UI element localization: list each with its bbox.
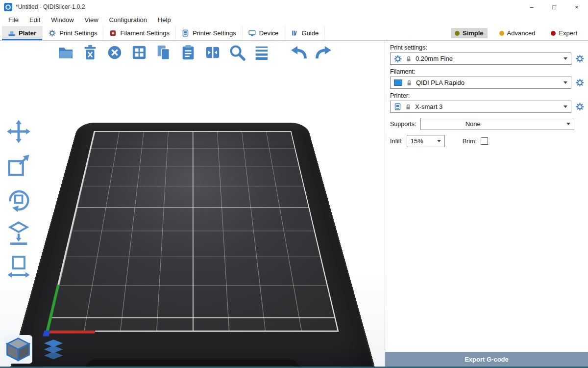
menu-configuration[interactable]: Configuration <box>105 15 151 25</box>
layer-height-button[interactable] <box>252 43 271 62</box>
maximize-button[interactable]: □ <box>543 0 565 14</box>
mode-advanced[interactable]: Advanced <box>495 28 539 38</box>
infill-combo[interactable]: 15% <box>407 135 445 147</box>
tabbar: Plater Print Settings <box>0 26 588 41</box>
lock-icon <box>405 55 412 62</box>
3d-viewport[interactable] <box>0 41 385 367</box>
gizmo-toolbar <box>3 117 34 281</box>
print-settings-gear-button[interactable] <box>574 53 585 64</box>
rotate-icon <box>6 186 31 212</box>
scale-icon <box>6 153 31 178</box>
open-folder-icon <box>57 44 74 61</box>
printer-combo[interactable]: X-smart 3 <box>390 101 571 113</box>
redo-icon <box>314 45 333 60</box>
tab-label: Print Settings <box>59 29 97 37</box>
axis-x-indicator <box>46 331 96 334</box>
undo-button[interactable] <box>289 43 309 62</box>
export-gcode-button[interactable]: Export G-code <box>385 352 588 367</box>
search-button[interactable] <box>227 43 247 62</box>
close-button[interactable]: × <box>565 0 588 14</box>
tab-device[interactable]: Device <box>243 26 285 40</box>
printer-icon <box>394 103 401 110</box>
filament-settings-icon <box>109 29 117 37</box>
copy-button[interactable] <box>154 43 173 62</box>
brim-label: Brim: <box>463 138 477 145</box>
place-on-face-button[interactable] <box>3 219 34 247</box>
filament-value: QIDI PLA Rapido <box>416 79 465 86</box>
tab-filament-settings[interactable]: Filament Settings <box>103 26 175 40</box>
copy-icon <box>155 44 172 61</box>
main-area: Print settings: <box>0 41 588 367</box>
mode-simple[interactable]: Simple <box>451 28 488 38</box>
menu-help[interactable]: Help <box>153 15 175 25</box>
split-button[interactable] <box>203 43 222 62</box>
search-icon <box>228 44 246 61</box>
right-panel: Print settings: <box>385 41 588 367</box>
print-settings-label: Print settings: <box>390 44 583 51</box>
move-icon <box>6 119 31 144</box>
redo-button[interactable] <box>314 43 333 62</box>
tab-label: Printer Settings <box>193 29 236 37</box>
view-switcher <box>4 335 68 364</box>
printer-settings-icon <box>182 29 190 37</box>
arrange-icon <box>131 44 147 61</box>
menu-file[interactable]: File <box>4 15 23 25</box>
supports-combo[interactable]: None <box>420 118 574 130</box>
print-settings-combo[interactable]: 0.20mm Fine <box>390 53 571 65</box>
tab-guide[interactable]: Guide <box>285 26 325 40</box>
window-controls: – □ × <box>520 0 588 14</box>
arrange-button[interactable] <box>129 43 149 62</box>
chevron-down-icon <box>437 140 441 142</box>
tab-plater[interactable]: Plater <box>2 26 43 40</box>
filament-combo[interactable]: QIDI PLA Rapido <box>390 77 571 89</box>
move-button[interactable] <box>3 117 34 146</box>
scale-button[interactable] <box>3 151 34 180</box>
menu-edit[interactable]: Edit <box>25 15 45 25</box>
gear-icon <box>394 55 402 63</box>
advanced-mode-icon <box>499 31 504 36</box>
plater-icon <box>8 29 16 37</box>
delete-button[interactable] <box>80 43 100 62</box>
minimize-button[interactable]: – <box>520 0 543 14</box>
layer-height-icon <box>253 44 270 61</box>
printer-label: Printer: <box>390 92 583 99</box>
rotate-button[interactable] <box>3 185 34 213</box>
chevron-down-icon <box>564 105 567 108</box>
filament-gear-button[interactable] <box>574 78 585 88</box>
open-button[interactable] <box>56 43 75 62</box>
tab-printer-settings[interactable]: Printer Settings <box>176 26 243 40</box>
delete-all-icon <box>106 44 123 61</box>
printer-gear-button[interactable] <box>574 102 585 112</box>
paste-icon <box>180 44 196 61</box>
supports-value: None <box>466 120 481 128</box>
infill-value: 15% <box>411 137 423 145</box>
bed-grid <box>48 131 337 331</box>
infill-label: Infill: <box>390 138 403 145</box>
lock-icon <box>405 104 412 110</box>
chevron-down-icon <box>564 81 567 84</box>
print-bed-3d <box>4 123 381 367</box>
print-settings-value: 0.20mm Fine <box>416 55 453 62</box>
mode-label: Advanced <box>507 29 536 37</box>
editor-view-button[interactable] <box>4 335 32 364</box>
printer-value: X-smart 3 <box>415 103 442 110</box>
trash-icon <box>82 44 98 61</box>
print-bed[interactable] <box>50 66 335 367</box>
titlebar: *Untitled - QIDISlicer-1.0.2 – □ × <box>0 0 588 14</box>
menu-window[interactable]: Window <box>47 15 78 25</box>
tab-label: Device <box>259 29 279 37</box>
delete-all-button[interactable] <box>105 43 124 62</box>
mode-expert[interactable]: Expert <box>547 28 581 38</box>
undo-icon <box>290 45 308 60</box>
simple-mode-icon <box>455 31 460 36</box>
menu-view[interactable]: View <box>80 15 103 25</box>
place-on-face-icon <box>6 220 31 246</box>
measure-button[interactable] <box>3 253 34 281</box>
device-icon <box>248 29 256 37</box>
paste-button[interactable] <box>178 43 198 62</box>
tab-print-settings[interactable]: Print Settings <box>43 26 103 40</box>
preview-view-button[interactable] <box>39 335 68 364</box>
brim-checkbox[interactable] <box>481 137 488 145</box>
filament-label: Filament: <box>390 68 583 75</box>
print-settings-icon <box>49 29 56 37</box>
